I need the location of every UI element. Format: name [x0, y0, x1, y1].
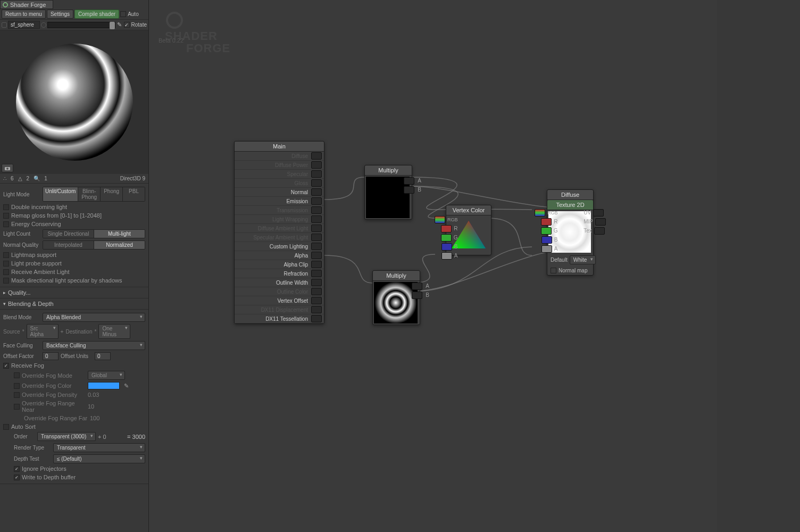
- order-dropdown[interactable]: Transparent (3000): [37, 432, 96, 441]
- auto-compile-checkbox[interactable]: Auto: [120, 11, 139, 17]
- port-main-diffuse[interactable]: Diffuse: [235, 152, 324, 161]
- light-mode-pbl[interactable]: PBL: [122, 187, 145, 201]
- normal-quality-toggle[interactable]: Interpolated Normalized: [43, 240, 145, 250]
- light-mode-phong[interactable]: Phong: [100, 187, 122, 201]
- port-diff-uv[interactable]: [593, 209, 604, 217]
- source-dropdown[interactable]: Src Alpha: [27, 324, 59, 339]
- light-count-single[interactable]: Single Directional: [43, 230, 94, 238]
- lightprobe-checkbox[interactable]: Light probe support: [3, 259, 145, 268]
- port-diff-tex[interactable]: [594, 227, 605, 235]
- node-multiply-1[interactable]: Multiply A B: [364, 165, 412, 220]
- dest-dropdown[interactable]: One Minus: [98, 324, 130, 339]
- port-main-refraction[interactable]: Refraction: [235, 269, 324, 278]
- mask-dir-checkbox[interactable]: Mask directional light specular by shado…: [3, 276, 145, 285]
- camera-button[interactable]: [2, 164, 13, 172]
- port-multiply1-b[interactable]: [404, 186, 414, 194]
- node-diffuse[interactable]: Diffuse Texture 2D DefaultWhite Normal m…: [547, 189, 594, 276]
- port-diff-mip[interactable]: [595, 218, 606, 226]
- eyedropper-icon[interactable]: ✎: [122, 383, 129, 389]
- settings-button[interactable]: Settings: [47, 10, 73, 19]
- ignore-projectors-checkbox[interactable]: Ignore Projectors: [14, 464, 145, 473]
- port-main-alpha[interactable]: Alpha: [235, 251, 324, 260]
- port-main-specular[interactable]: Specular: [235, 170, 324, 179]
- port-vc-g[interactable]: [441, 234, 452, 242]
- port-main-gloss[interactable]: Gloss: [235, 179, 324, 188]
- port-vc-a[interactable]: [441, 252, 452, 260]
- port-diff-rgb[interactable]: [535, 209, 545, 217]
- normal-quality-norm[interactable]: Normalized: [94, 241, 145, 249]
- node-canvas[interactable]: SHADERFORGE Beta 0.22 Main DiffuseDiffus…: [149, 0, 717, 532]
- port-diff-g[interactable]: [541, 227, 552, 235]
- port-main-vertex-offset[interactable]: Vertex Offset: [235, 296, 324, 305]
- return-button[interactable]: Return to menu: [2, 10, 46, 19]
- port-vc-r[interactable]: [441, 225, 452, 232]
- node-multiply-2[interactable]: Multiply A B: [372, 270, 420, 325]
- light-count-multi[interactable]: Multi-light: [94, 230, 145, 238]
- port-main-light-wrapping[interactable]: Light Wrapping: [235, 215, 324, 224]
- light-count-toggle[interactable]: Single Directional Multi-light: [43, 229, 145, 238]
- light-mode-blinn[interactable]: Blinn-Phong: [78, 187, 100, 201]
- auto-sort-checkbox[interactable]: Auto Sort: [3, 422, 145, 431]
- port-main-outline-width[interactable]: Outline Width: [235, 278, 324, 287]
- receive-fog-checkbox[interactable]: Receive Fog: [3, 361, 145, 370]
- port-main-normal[interactable]: Normal: [235, 188, 324, 197]
- override-fog-color-checkbox[interactable]: Override Fog Color✎: [14, 381, 145, 390]
- lightmap-checkbox[interactable]: Lightmap support: [3, 251, 145, 259]
- port-main-emission[interactable]: Emission: [235, 197, 324, 206]
- port-main-dx11-tessellation[interactable]: DX11 Tessellation: [235, 314, 324, 323]
- override-fog-near-checkbox[interactable]: Override Fog Range Near10: [14, 399, 145, 414]
- port-main-transmission[interactable]: Transmission: [235, 206, 324, 215]
- override-fog-color-chip[interactable]: [88, 382, 120, 389]
- diffuse-normalmap-checkbox[interactable]: Normal map: [559, 268, 587, 273]
- port-multiply2-a[interactable]: [412, 282, 422, 290]
- port-vc-rgb[interactable]: [435, 216, 445, 223]
- port-diff-r[interactable]: [541, 218, 552, 226]
- receive-ambient-checkbox[interactable]: Receive Ambient Light: [3, 268, 145, 276]
- preview-slider[interactable]: [47, 22, 115, 28]
- port-main-alpha-clip[interactable]: Alpha Clip: [235, 260, 324, 269]
- port-multiply1-a[interactable]: [404, 177, 414, 185]
- mesh-input[interactable]: [8, 21, 40, 29]
- offset-units-input[interactable]: [95, 352, 111, 360]
- rotate-checkbox[interactable]: Rotate: [124, 22, 147, 28]
- port-main-dx11-displacement[interactable]: DX11 Displacement: [235, 305, 324, 314]
- energy-conserving-checkbox[interactable]: Energy Conserving: [3, 220, 145, 228]
- vert-count-icon: ∴: [3, 176, 6, 181]
- override-fog-mode-checkbox[interactable]: Override Fog ModeGlobal: [14, 370, 145, 381]
- write-depth-checkbox[interactable]: Write to Depth buffer: [14, 473, 145, 481]
- remap-gloss-checkbox[interactable]: Remap gloss from [0-1] to [1-2048]: [3, 211, 145, 220]
- port-main-diffuse-power[interactable]: Diffuse Power: [235, 161, 324, 170]
- override-fog-mode-dropdown[interactable]: Global: [88, 371, 125, 380]
- quality-header[interactable]: ▸Quality...: [0, 287, 148, 298]
- light-mode-unlit[interactable]: Unlit/Custom: [43, 187, 78, 201]
- normal-quality-interp[interactable]: Interpolated: [43, 241, 94, 249]
- port-main-diffuse-ambient-light[interactable]: Diffuse Ambient Light: [235, 224, 324, 233]
- port-main-outline-color[interactable]: Outline Color: [235, 287, 324, 296]
- node-vertex-color-title: Vertex Color: [446, 205, 491, 215]
- node-vertex-color[interactable]: Vertex Color RGB R G B A: [446, 205, 491, 255]
- face-culling-dropdown[interactable]: Backface Culling: [43, 341, 145, 350]
- blend-mode-dropdown[interactable]: Alpha Blended: [43, 313, 145, 322]
- blending-header[interactable]: ▾Blending & Depth: [0, 298, 148, 310]
- depth-test-dropdown[interactable]: ≤ (Default): [53, 454, 145, 463]
- port-diff-b[interactable]: [541, 236, 552, 244]
- port-main-specular-ambient-light[interactable]: Specular Ambient Light: [235, 233, 324, 242]
- port-main-custom-lighting[interactable]: Custom Lighting: [235, 242, 324, 251]
- light-mode-toggle[interactable]: Unlit/Custom Blinn-Phong Phong PBL: [43, 187, 145, 202]
- diffuse-default-label: Default: [551, 257, 568, 263]
- offset-factor-input[interactable]: [43, 352, 59, 360]
- render-type-dropdown[interactable]: Transparent: [53, 443, 145, 452]
- override-fog-density-checkbox[interactable]: Override Fog Density0.03: [14, 390, 145, 399]
- port-multiply2-b[interactable]: [412, 292, 422, 299]
- diffuse-default-dropdown[interactable]: White: [570, 255, 596, 264]
- double-incoming-checkbox[interactable]: Double incoming light: [3, 203, 145, 211]
- brush-icon[interactable]: ✎: [116, 21, 123, 28]
- preview-viewport[interactable]: [0, 30, 148, 174]
- port-diff-a[interactable]: [541, 245, 552, 253]
- compile-button[interactable]: Compile shader: [74, 10, 119, 19]
- target-icon[interactable]: [41, 22, 46, 28]
- node-main[interactable]: Main DiffuseDiffuse PowerSpecularGlossNo…: [234, 141, 324, 324]
- light-mode-label: Light Mode: [3, 192, 40, 197]
- port-vc-b[interactable]: [441, 243, 452, 251]
- depth-test-label: Depth Test: [14, 456, 51, 462]
